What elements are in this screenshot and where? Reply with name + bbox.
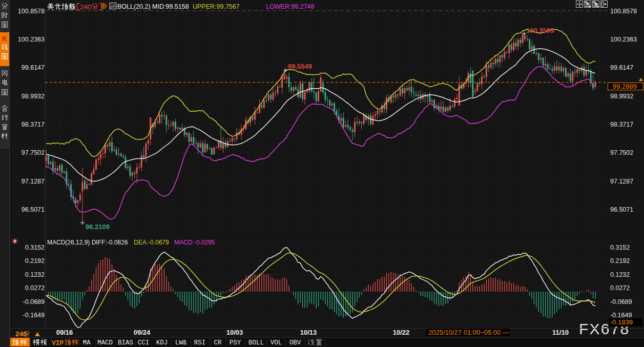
svg-text:99.2889: 99.2889: [613, 83, 637, 90]
svg-text:VOL: VOL: [271, 339, 282, 346]
svg-text:100.3599: 100.3599: [526, 27, 554, 34]
svg-text:MA: MA: [82, 339, 91, 346]
svg-text:100.8578: 100.8578: [18, 8, 45, 15]
svg-text:99.6147: 99.6147: [610, 64, 633, 71]
svg-text:BIAS: BIAS: [118, 339, 133, 346]
svg-text:10/03: 10/03: [226, 329, 243, 336]
svg-text:MACD(26,12,9) DIFF:-0.0826: MACD(26,12,9) DIFF:-0.0826: [47, 239, 128, 246]
svg-text:BOLL(20,2) MID:99.5158: BOLL(20,2) MID:99.5158: [117, 3, 189, 10]
svg-text:-0.1649: -0.1649: [23, 312, 45, 319]
svg-text:0.3152: 0.3152: [610, 244, 630, 251]
svg-text:LW&: LW&: [175, 339, 187, 346]
svg-text:98.3717: 98.3717: [22, 121, 45, 128]
svg-text:K: K: [2, 35, 7, 43]
svg-text:VIP: VIP: [52, 339, 64, 347]
svg-text:-0.1649: -0.1649: [610, 312, 632, 319]
svg-text:09/16: 09/16: [56, 329, 73, 336]
svg-text:MACD: MACD: [97, 339, 113, 346]
svg-text:0.2192: 0.2192: [610, 257, 630, 264]
svg-text:UPPER:99.7567: UPPER:99.7567: [193, 3, 240, 10]
svg-text:2025/10/27 01:00~05:00 —: 2025/10/27 01:00~05:00 —: [428, 329, 509, 336]
svg-text:97.1287: 97.1287: [610, 178, 633, 185]
svg-text:CR: CR: [214, 339, 222, 346]
svg-text:97.1287: 97.1287: [22, 178, 45, 185]
svg-text:97.7502: 97.7502: [610, 149, 633, 156]
svg-text:BOLL: BOLL: [248, 339, 264, 346]
svg-text:240: 240: [80, 3, 92, 11]
svg-text:98.9932: 98.9932: [22, 93, 45, 100]
svg-text:-0.0689: -0.0689: [23, 298, 45, 305]
svg-text:100.2363: 100.2363: [18, 36, 45, 43]
svg-text:0.1232: 0.1232: [610, 271, 630, 278]
svg-text:98.3717: 98.3717: [610, 121, 633, 128]
svg-text:KDJ: KDJ: [156, 339, 168, 346]
svg-text:09/24: 09/24: [134, 329, 151, 336]
svg-text:0.3152: 0.3152: [25, 244, 45, 251]
svg-text:-0.1839: -0.1839: [610, 318, 633, 326]
svg-text:96.5071: 96.5071: [22, 206, 45, 213]
svg-text:98.9932: 98.9932: [610, 93, 633, 100]
svg-text:99.5549: 99.5549: [288, 63, 312, 70]
svg-text:0.2192: 0.2192: [25, 257, 45, 264]
svg-text:MACD:-0.0295: MACD:-0.0295: [174, 239, 215, 246]
svg-text:11/10: 11/10: [552, 329, 569, 336]
svg-text:10/22: 10/22: [393, 329, 410, 336]
svg-text:100.8578: 100.8578: [610, 8, 637, 15]
svg-text:0.1232: 0.1232: [25, 271, 45, 278]
svg-text:DEA:-0.0679: DEA:-0.0679: [134, 239, 169, 246]
svg-text:97.7502: 97.7502: [22, 149, 45, 156]
svg-text:96.2109: 96.2109: [86, 223, 110, 231]
svg-text:-0.0689: -0.0689: [610, 298, 632, 305]
svg-text:OBV: OBV: [289, 339, 301, 346]
svg-text:0.0272: 0.0272: [25, 284, 45, 292]
svg-text:PSY: PSY: [230, 339, 241, 346]
svg-text:0.0272: 0.0272: [610, 284, 630, 292]
svg-text:99.6147: 99.6147: [22, 64, 45, 71]
svg-text:RSI: RSI: [194, 339, 206, 346]
svg-text:CCI: CCI: [138, 339, 150, 346]
svg-text:96.5071: 96.5071: [610, 206, 633, 213]
svg-text:LOWER:99.2748: LOWER:99.2748: [266, 3, 315, 10]
svg-text:10/13: 10/13: [300, 329, 317, 336]
svg-text:100.2363: 100.2363: [610, 36, 637, 43]
